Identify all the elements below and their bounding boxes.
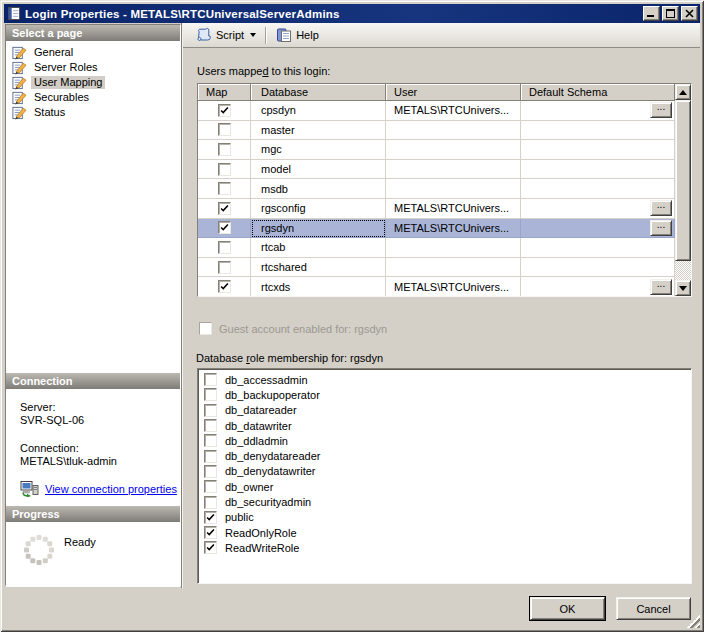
role-item[interactable]: db_denydatawriter bbox=[202, 464, 691, 479]
role-item[interactable]: db_backupoperator bbox=[202, 387, 691, 402]
user-cell bbox=[386, 179, 521, 199]
column-header-user: User bbox=[386, 84, 521, 101]
guest-account-checkbox bbox=[199, 322, 212, 335]
map-checkbox[interactable] bbox=[218, 241, 231, 254]
database-cell: model bbox=[251, 160, 386, 180]
user-cell: METALS\RTCUnivers... bbox=[386, 277, 521, 296]
sidebar-item-securables[interactable]: Securables bbox=[6, 90, 180, 105]
sidebar-item-server-roles[interactable]: Server Roles bbox=[6, 60, 180, 75]
sidebar: Select a page General Server Roles User … bbox=[5, 24, 181, 586]
default-schema-cell: ... bbox=[521, 238, 675, 258]
table-row[interactable]: rtcab ... bbox=[198, 238, 675, 258]
page-list: General Server Roles User Mapping Secura… bbox=[6, 41, 180, 120]
script-button[interactable]: Script bbox=[191, 25, 261, 46]
guest-account-row: Guest account enabled for: rgsdyn bbox=[199, 322, 387, 335]
maximize-button[interactable] bbox=[662, 6, 679, 21]
role-label: db_accessadmin bbox=[225, 374, 308, 386]
scroll-down-button[interactable] bbox=[675, 280, 691, 296]
map-checkbox[interactable] bbox=[218, 104, 231, 117]
close-button[interactable] bbox=[681, 6, 698, 21]
map-checkbox[interactable] bbox=[218, 280, 231, 293]
map-checkbox[interactable] bbox=[218, 143, 231, 156]
role-checkbox[interactable] bbox=[204, 526, 217, 539]
database-cell: rgsconfig bbox=[251, 199, 386, 219]
minimize-button[interactable] bbox=[643, 6, 660, 21]
role-checkbox[interactable] bbox=[204, 373, 217, 386]
table-row[interactable]: rgsconfig METALS\RTCUnivers... ... bbox=[198, 199, 675, 219]
sidebar-item-general[interactable]: General bbox=[6, 45, 180, 60]
cancel-button[interactable]: Cancel bbox=[616, 597, 691, 620]
browse-schema-button[interactable]: ... bbox=[650, 200, 672, 216]
connection-section: Server: SVR-SQL-06 Connection: METALS\tl… bbox=[6, 389, 180, 497]
ok-button[interactable]: OK bbox=[530, 597, 605, 620]
role-item[interactable]: ReadWriteRole bbox=[202, 540, 691, 555]
page-icon bbox=[11, 75, 27, 90]
view-connection-properties-link[interactable]: View connection properties bbox=[45, 483, 177, 495]
default-schema-cell: ... bbox=[521, 258, 675, 278]
role-item[interactable]: db_ddladmin bbox=[202, 433, 691, 448]
role-checkbox[interactable] bbox=[204, 511, 217, 524]
guest-account-label: Guest account enabled for: rgsdyn bbox=[219, 323, 387, 335]
role-item[interactable]: db_denydatareader bbox=[202, 448, 691, 463]
role-checkbox[interactable] bbox=[204, 496, 217, 509]
scrollbar-track[interactable] bbox=[675, 261, 691, 281]
sidebar-item-user-mapping[interactable]: User Mapping bbox=[6, 75, 180, 90]
database-cell: rtcxds bbox=[251, 277, 386, 296]
scrollbar-thumb[interactable] bbox=[675, 100, 691, 261]
browse-schema-button[interactable]: ... bbox=[650, 102, 672, 118]
role-checkbox[interactable] bbox=[204, 480, 217, 493]
role-item[interactable]: public bbox=[202, 510, 691, 525]
progress-header: Progress bbox=[6, 506, 180, 522]
table-row[interactable]: cpsdyn METALS\RTCUnivers... ... bbox=[198, 101, 675, 121]
users-mapped-label: Users mapped to this login: bbox=[197, 65, 330, 77]
table-row[interactable]: mgc ... bbox=[198, 140, 675, 160]
table-row[interactable]: model ... bbox=[198, 160, 675, 180]
toolbar-separator bbox=[265, 27, 267, 44]
toolbar: Script Help bbox=[183, 23, 700, 48]
role-checkbox[interactable] bbox=[204, 404, 217, 417]
scroll-up-button[interactable] bbox=[675, 84, 691, 100]
column-header-database: Database bbox=[251, 84, 386, 101]
column-header-map: Map bbox=[198, 84, 251, 101]
role-label: public bbox=[225, 511, 254, 523]
database-cell: rgsdyn bbox=[251, 219, 386, 239]
table-row-selected[interactable]: rgsdyn METALS\RTCUnivers... ... bbox=[198, 219, 675, 239]
help-button[interactable]: Help bbox=[271, 25, 324, 46]
sidebar-item-status[interactable]: Status bbox=[6, 105, 180, 120]
role-item[interactable]: db_datareader bbox=[202, 403, 691, 418]
map-checkbox[interactable] bbox=[218, 221, 231, 234]
role-item[interactable]: db_owner bbox=[202, 479, 691, 494]
browse-schema-button[interactable]: ... bbox=[650, 220, 672, 236]
role-checkbox[interactable] bbox=[204, 434, 217, 447]
map-checkbox[interactable] bbox=[218, 182, 231, 195]
progress-status: Ready bbox=[64, 536, 96, 548]
main-content: Script Help Users mapped to this login: bbox=[183, 23, 700, 588]
map-checkbox[interactable] bbox=[218, 202, 231, 215]
connection-properties-icon bbox=[20, 481, 39, 497]
database-cell: master bbox=[251, 121, 386, 141]
default-schema-cell: ... bbox=[521, 101, 675, 121]
role-item[interactable]: db_securityadmin bbox=[202, 494, 691, 509]
table-row[interactable]: rtcshared ... bbox=[198, 258, 675, 278]
resize-grip[interactable] bbox=[687, 615, 700, 628]
sidebar-item-label: User Mapping bbox=[31, 76, 105, 89]
role-label: db_denydatareader bbox=[225, 450, 320, 462]
role-checkbox[interactable] bbox=[204, 419, 217, 432]
role-checkbox[interactable] bbox=[204, 388, 217, 401]
browse-schema-button[interactable]: ... bbox=[650, 279, 672, 295]
role-checkbox[interactable] bbox=[204, 450, 217, 463]
role-item[interactable]: db_accessadmin bbox=[202, 372, 691, 387]
table-row[interactable]: master ... bbox=[198, 121, 675, 141]
map-checkbox[interactable] bbox=[218, 123, 231, 136]
role-item[interactable]: ReadOnlyRole bbox=[202, 525, 691, 540]
role-checkbox[interactable] bbox=[204, 541, 217, 554]
role-checkbox[interactable] bbox=[204, 465, 217, 478]
table-scrollbar[interactable] bbox=[675, 84, 691, 296]
progress-spinner-icon bbox=[20, 531, 58, 569]
window-titlebar[interactable]: Login Properties - METALS\RTCUniversalSe… bbox=[4, 4, 700, 23]
table-row[interactable]: msdb ... bbox=[198, 179, 675, 199]
table-row[interactable]: rtcxds METALS\RTCUnivers... ... bbox=[198, 277, 675, 296]
map-checkbox[interactable] bbox=[218, 261, 231, 274]
role-item[interactable]: db_datawriter bbox=[202, 418, 691, 433]
map-checkbox[interactable] bbox=[218, 163, 231, 176]
